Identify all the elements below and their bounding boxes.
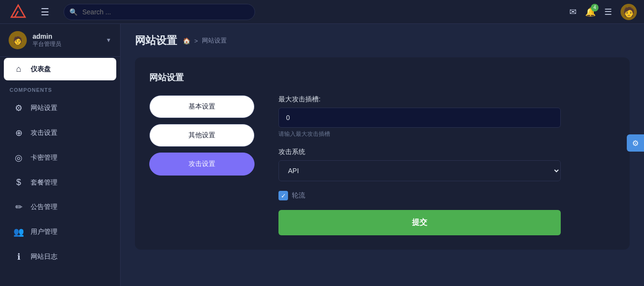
header-right: ✉ 🔔 4 ☰ 🧑 [569,4,637,20]
attack-system-group: 攻击系统 API 本地 混合 [278,148,615,181]
sidebar-item-package-management[interactable]: $ 套餐管理 [4,171,116,194]
search-icon: 🔍 [69,8,78,16]
card-management-icon: ◎ [13,153,24,163]
layers-icon[interactable]: ☰ [604,7,612,17]
mail-icon[interactable]: ✉ [569,7,577,17]
checkbox-row: 轮流 [278,191,615,200]
notification-icon[interactable]: 🔔 4 [585,7,596,17]
content-card-inner: 网站设置 基本设置 其他设置 攻击设置 最大攻击插槽: [149,72,615,235]
sidebar-item-label: 仪表盘 [31,65,51,74]
breadcrumb-separator: > [194,37,198,44]
sidebar-user-info: admin 平台管理员 [33,33,100,48]
attack-system-label: 攻击系统 [278,148,615,156]
sidebar-username: admin [33,33,100,40]
sidebar: 🧑 admin 平台管理员 ▼ ⌂ 仪表盘 COMPONENTS ⚙ 网站设置 … [0,24,121,286]
checkbox-label: 轮流 [292,191,305,200]
website-log-icon: ℹ [13,252,24,262]
components-section-label: COMPONENTS [0,81,120,96]
sidebar-item-website-log[interactable]: ℹ 网站日志 [4,245,116,268]
tab-other-settings[interactable]: 其他设置 [149,124,255,147]
content-area: 网站设置 🏠 > 网站设置 网站设置 基本设置 其他设置 攻击设置 [121,24,644,286]
right-settings-icon[interactable]: ⚙ [627,134,644,152]
sidebar-item-website-settings[interactable]: ⚙ 网站设置 [4,97,116,120]
attack-system-select[interactable]: API 本地 混合 [278,160,561,181]
sidebar-user-role: 平台管理员 [33,40,100,48]
sidebar-item-card-management[interactable]: ◎ 卡密管理 [4,146,116,169]
page-header: 网站设置 🏠 > 网站设置 [135,33,630,48]
page-title: 网站设置 [135,33,177,48]
user-management-icon: 👥 [13,227,24,237]
sidebar-item-announcement-management[interactable]: ✏ 公告管理 [4,196,116,219]
breadcrumb: 🏠 > 网站设置 [183,36,227,45]
package-management-icon: $ [13,177,24,187]
main-layout: 🧑 admin 平台管理员 ▼ ⌂ 仪表盘 COMPONENTS ⚙ 网站设置 … [0,24,644,286]
sidebar-item-dashboard[interactable]: ⌂ 仪表盘 [4,58,116,80]
sidebar-item-label: 套餐管理 [31,178,57,187]
dashboard-icon: ⌂ [13,64,24,74]
form-panel: 最大攻击插槽: 请输入最大攻击插槽 攻击系统 API 本地 混合 [278,95,615,235]
hamburger-icon[interactable]: ☰ [38,4,52,20]
website-settings-icon: ⚙ [13,103,24,113]
search-input[interactable] [64,4,255,20]
logo [7,3,29,21]
svg-line-1 [14,11,18,17]
breadcrumb-home-icon[interactable]: 🏠 [183,37,190,44]
search-bar: 🔍 [64,4,255,20]
sidebar-user: 🧑 admin 平台管理员 ▼ [0,24,120,57]
max-attack-group: 最大攻击插槽: 请输入最大攻击插槽 [278,95,615,138]
sidebar-item-user-management[interactable]: 👥 用户管理 [4,220,116,243]
announcement-management-icon: ✏ [13,202,24,212]
sidebar-item-label: 用户管理 [31,228,57,236]
sidebar-item-label: 网站日志 [31,253,57,261]
notification-badge: 4 [591,4,599,11]
breadcrumb-current: 网站设置 [202,36,227,45]
sidebar-item-label: 网站设置 [31,104,57,112]
submit-button[interactable]: 提交 [278,210,561,235]
user-avatar[interactable]: 🧑 [621,4,637,20]
card-title: 网站设置 [149,72,615,83]
avatar-image: 🧑 [623,6,635,18]
sidebar-user-dropdown-icon[interactable]: ▼ [106,37,111,44]
max-attack-hint: 请输入最大攻击插槽 [278,130,615,138]
sidebar-item-label: 攻击设置 [31,129,57,137]
sidebar-item-label: 卡密管理 [31,154,57,162]
max-attack-input[interactable] [278,108,561,128]
content-card: 网站设置 基本设置 其他设置 攻击设置 最大攻击插槽: [135,57,630,250]
header: ☰ 🔍 ✉ 🔔 4 ☰ 🧑 [0,0,644,24]
attack-settings-icon: ⊕ [13,128,24,138]
sidebar-item-attack-settings[interactable]: ⊕ 攻击设置 [4,121,116,144]
sidebar-avatar-image: 🧑 [13,36,22,45]
sidebar-avatar: 🧑 [9,31,27,49]
tab-attack-settings[interactable]: 攻击设置 [149,153,255,176]
card-body: 基本设置 其他设置 攻击设置 最大攻击插槽: 请输入最大攻击插槽 [149,95,615,235]
sidebar-item-label: 公告管理 [31,203,57,211]
tab-panel: 基本设置 其他设置 攻击设置 [149,95,255,235]
tab-basic-settings[interactable]: 基本设置 [149,95,255,118]
max-attack-label: 最大攻击插槽: [278,95,615,104]
roundrobin-checkbox[interactable] [278,191,288,200]
